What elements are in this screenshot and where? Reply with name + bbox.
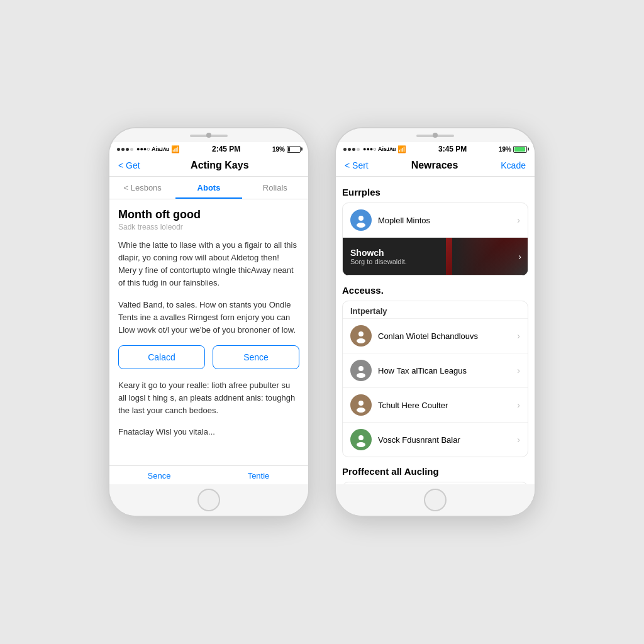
battery-pct-left: 19% <box>272 146 285 153</box>
camera-right <box>433 133 438 138</box>
phone-right: ●●●○ Aisɹʌu 📶 3:45 PM 19% < Sert Newrace… <box>335 127 536 517</box>
subsection-intpertaly: Intpertaly <box>343 301 528 319</box>
list-item-howtax[interactable]: How Tax alTican Leagus › <box>343 353 528 388</box>
svg-point-5 <box>357 373 365 378</box>
nav-title-right: Newraces <box>411 160 458 171</box>
section-header-eurrples: Eurrples <box>342 187 528 197</box>
time-display-right: 3:45 PM <box>438 145 467 153</box>
svg-point-6 <box>358 401 364 406</box>
svg-point-3 <box>357 338 365 343</box>
back-button-left[interactable]: < Get <box>118 160 140 170</box>
content-title: Month oft good <box>118 208 299 221</box>
name-conlan: Conlan Wiotel Bchandlouvs <box>378 331 511 341</box>
list-item-moplell[interactable]: Moplell Mintos › <box>343 203 528 238</box>
phone-bottom-right <box>336 484 535 516</box>
avatar-tchult <box>350 394 372 416</box>
svg-point-4 <box>358 366 364 371</box>
wifi-icon: 📶 <box>171 145 180 153</box>
chevron-moplell: › <box>517 215 520 225</box>
svg-point-9 <box>357 442 365 447</box>
content-subtitle: Sadk treass loleodr <box>118 223 299 231</box>
segment-lessbons[interactable]: < Lesbons <box>109 177 175 199</box>
banner-showch[interactable]: Showch Sorg to disewaldit. › <box>343 238 528 275</box>
status-left: ●●●○ Aisɹʌu 📶 <box>117 145 180 153</box>
nav-bar-left: < Get Acting Kays <box>109 156 308 177</box>
battery-pct-right: 19% <box>499 146 511 153</box>
list-item-conlan[interactable]: Conlan Wiotel Bchandlouvs › <box>343 319 528 353</box>
nav-title-left: Acting Kays <box>191 160 248 171</box>
list-item-vosck[interactable]: Vosck Fdusnrant Balar › <box>343 423 528 457</box>
battery-bar-right <box>513 146 527 153</box>
avatar-vosck <box>350 429 372 450</box>
tab-bar-left: Sence Tentie <box>109 465 308 484</box>
carrier-label-right: ●●●○ Aisɹʌu <box>363 146 396 152</box>
chevron-howtax: › <box>517 365 520 375</box>
status-bar-right: ●●●○ Aisɹʌu 📶 3:45 PM 19% <box>336 142 535 156</box>
chevron-vosck: › <box>517 435 520 445</box>
content-body4: Fnataclay Wisl you vitala... <box>118 426 299 438</box>
content-body1: Whie the latte to llase with a you a fig… <box>118 239 299 290</box>
signal-dots <box>117 148 133 151</box>
content-body3: Keary it go to your realle: lioth afree … <box>118 379 299 417</box>
section-header-proffecent: Proffecent all Aucling <box>342 466 528 477</box>
banner-subtitle: Sorg to disewaldit. <box>350 258 407 265</box>
btn-sence[interactable]: Sence <box>213 345 299 369</box>
name-tchult: Tchult Here Coulter <box>378 401 511 410</box>
list-card-acceuss: Intpertaly Conlan Wiotel Bchandlouvs › H… <box>342 301 528 457</box>
tab-sence[interactable]: Sence <box>109 466 209 484</box>
battery-area-left: 19% <box>272 146 301 153</box>
scene: ●●●○ Aisɹʌu 📶 2:45 PM 19% < Get Acting K… <box>83 102 561 542</box>
chevron-tchult: › <box>517 400 520 410</box>
svg-point-0 <box>358 216 364 221</box>
avatar-howtax <box>350 360 372 381</box>
btn-row: Calacd Sence <box>118 345 299 369</box>
avatar-conlan <box>350 325 372 347</box>
chevron-banner: › <box>518 252 521 262</box>
nav-action-right[interactable]: Kcade <box>501 160 526 170</box>
status-bar-left: ●●●○ Aisɹʌu 📶 2:45 PM 19% <box>109 142 308 156</box>
back-button-right[interactable]: < Sert <box>345 160 369 170</box>
screen-left: ●●●○ Aisɹʌu 📶 2:45 PM 19% < Get Acting K… <box>109 142 308 484</box>
battery-bar-left <box>287 146 301 153</box>
svg-point-8 <box>358 435 364 440</box>
screen-content-right: Eurrples Moplell Mintos › <box>336 177 535 484</box>
battery-area-right: 19% <box>499 146 527 153</box>
screen-content-left: Month oft good Sadk treass loleodr Whie … <box>109 199 308 465</box>
wifi-icon-right: 📶 <box>397 145 406 153</box>
phone-top-left <box>109 128 308 142</box>
time-display-left: 2:45 PM <box>212 145 240 153</box>
carrier-label: ●●●○ Aisɹʌu <box>136 146 169 152</box>
name-howtax: How Tax alTican Leagus <box>378 366 511 375</box>
segment-rolials[interactable]: Rolials <box>242 177 308 199</box>
svg-point-2 <box>358 331 364 336</box>
svg-point-7 <box>357 408 365 413</box>
status-left-right: ●●●○ Aisɹʌu 📶 <box>343 145 406 153</box>
battery-fill-right <box>514 147 525 152</box>
svg-point-1 <box>357 223 365 228</box>
tab-tentie[interactable]: Tentie <box>209 466 308 484</box>
list-card-eurrples: Moplell Mintos › Showch Sorg to disewald… <box>342 203 528 276</box>
section-header-acceuss: Acceuss. <box>342 285 528 296</box>
signal-dots-right <box>343 148 360 151</box>
camera-left <box>206 133 211 138</box>
name-moplell: Moplell Mintos <box>378 216 511 225</box>
banner-text-area: Showch Sorg to disewaldit. <box>350 248 407 265</box>
content-body2: Valted Band, to sales. How on stants you… <box>118 299 299 336</box>
battery-fill-left <box>288 147 290 152</box>
segment-abots[interactable]: Abots <box>175 177 242 199</box>
nav-bar-right: < Sert Newraces Kcade <box>336 156 535 177</box>
btn-calacd[interactable]: Calacd <box>118 345 205 369</box>
banner-title: Showch <box>350 248 407 258</box>
list-item-tchult[interactable]: Tchult Here Coulter › <box>343 388 528 423</box>
name-vosck: Vosck Fdusnrant Balar <box>378 435 511 445</box>
phone-left: ●●●○ Aisɹʌu 📶 2:45 PM 19% < Get Acting K… <box>108 127 309 517</box>
banner-gradient <box>452 238 528 275</box>
segment-bar-left: < Lesbons Abots Rolials <box>109 177 308 199</box>
home-button-right[interactable] <box>424 489 447 511</box>
screen-right: ●●●○ Aisɹʌu 📶 3:45 PM 19% < Sert Newrace… <box>336 142 535 484</box>
phone-bottom-left <box>109 484 308 516</box>
chevron-conlan: › <box>517 331 520 341</box>
home-button-left[interactable] <box>197 489 220 511</box>
avatar-moplell <box>350 209 372 231</box>
phone-top-right <box>336 128 535 142</box>
